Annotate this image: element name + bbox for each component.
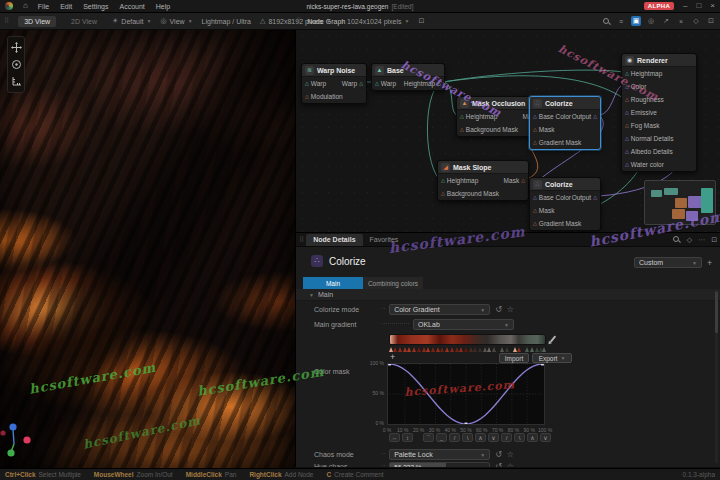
gradient-stop-handle[interactable] bbox=[517, 347, 521, 352]
home-icon[interactable]: ⌂ bbox=[23, 2, 28, 10]
tab-2d-view[interactable]: 2D View bbox=[65, 16, 103, 27]
snap-icon[interactable]: ▣ bbox=[631, 16, 641, 26]
gradient-stop-handle[interactable] bbox=[426, 347, 430, 352]
gradient-stop-handle[interactable] bbox=[445, 347, 449, 352]
export-button[interactable]: Export▼ bbox=[532, 353, 572, 363]
output-port-output[interactable]: Output△ bbox=[572, 113, 597, 120]
input-port-heightmap[interactable]: △Heightmap bbox=[460, 113, 497, 120]
main-gradient-dropdown[interactable]: OKLab▼ bbox=[413, 319, 514, 330]
favorite-star-icon[interactable]: ☆ bbox=[507, 305, 514, 314]
gradient-stop-handle[interactable] bbox=[478, 347, 482, 352]
gradient-stops[interactable] bbox=[389, 347, 546, 352]
input-port-roughness[interactable]: △Roughness bbox=[625, 96, 664, 103]
curve-preset-button-10[interactable]: ∧ bbox=[527, 433, 538, 442]
gradient-stop-handle[interactable] bbox=[403, 347, 407, 352]
minimap[interactable] bbox=[644, 180, 716, 225]
more-icon[interactable]: ⋯ bbox=[698, 236, 705, 244]
reset-icon[interactable]: ↺ bbox=[495, 450, 502, 459]
tab-favorites[interactable]: Favorites bbox=[363, 234, 406, 246]
menu-edit[interactable]: Edit bbox=[60, 3, 72, 10]
gradient-stop-handle[interactable] bbox=[492, 347, 496, 352]
gradient-stop-handle[interactable] bbox=[542, 347, 546, 352]
reset-icon[interactable]: ↺ bbox=[495, 462, 502, 467]
section-header-main[interactable]: ▼ Main bbox=[296, 289, 720, 301]
gradient-stop-handle[interactable] bbox=[407, 347, 411, 352]
expand-icon[interactable]: ⊡ bbox=[711, 236, 717, 244]
curve-preset-button-8[interactable]: / bbox=[501, 433, 512, 442]
drag-handle-icon[interactable]: ⠿ bbox=[296, 17, 301, 25]
curve-preset-button-9[interactable]: \ bbox=[514, 433, 525, 442]
gradient-stop-handle[interactable] bbox=[473, 347, 477, 352]
menu-account[interactable]: Account bbox=[119, 3, 144, 10]
restore-button[interactable]: □ bbox=[696, 2, 701, 10]
favorite-star-icon[interactable]: ☆ bbox=[507, 462, 514, 467]
pin-icon[interactable]: ◇ bbox=[687, 236, 692, 244]
gradient-bar[interactable] bbox=[389, 334, 546, 345]
orbit-icon[interactable] bbox=[11, 59, 22, 70]
search-icon[interactable] bbox=[602, 17, 611, 26]
viewport-3d[interactable] bbox=[0, 30, 295, 468]
fit-view-icon[interactable]: ⊡ bbox=[706, 16, 716, 26]
gradient-stop-handle[interactable] bbox=[455, 347, 459, 352]
node-colorize[interactable]: ∴Colorize△Base ColorOutput△△Mask△Gradien… bbox=[529, 96, 601, 150]
node-base[interactable]: ▲Base△WarpHeightmap△ bbox=[371, 63, 445, 91]
input-port-heightmap[interactable]: △Heightmap bbox=[441, 177, 478, 184]
output-port-warp[interactable]: Warp△ bbox=[342, 80, 363, 87]
input-port-albedo-details[interactable]: △Albedo Details bbox=[625, 148, 673, 155]
curve-preset-button-7[interactable]: ∨ bbox=[488, 433, 499, 442]
tab-node-details[interactable]: Node Details bbox=[306, 234, 362, 246]
input-port-warp[interactable]: △Warp bbox=[375, 80, 396, 87]
curve-preset-button-11[interactable]: ∨ bbox=[540, 433, 551, 442]
chaos-mode-dropdown[interactable]: Palette Lock▼ bbox=[389, 449, 490, 460]
drag-handle-icon[interactable]: ⠿ bbox=[299, 236, 304, 244]
move-icon[interactable] bbox=[11, 42, 22, 53]
curve-preset-button-0[interactable]: ↔ bbox=[389, 433, 400, 442]
gradient-stop-handle[interactable] bbox=[505, 347, 509, 352]
input-port-emissive[interactable]: △Emissive bbox=[625, 109, 657, 116]
gradient-stop-handle[interactable] bbox=[535, 347, 539, 352]
close-button[interactable]: × bbox=[710, 2, 715, 10]
hue-chaos-slider[interactable]: 56.333 % bbox=[389, 462, 490, 468]
curve-preset-button-1[interactable]: ↕ bbox=[402, 433, 413, 442]
node-colorize[interactable]: ∴Colorize△Base ColorOutput△△Mask△Gradien… bbox=[529, 177, 601, 231]
gradient-stop-handle[interactable] bbox=[513, 347, 517, 352]
close-icon[interactable]: × bbox=[676, 16, 686, 26]
gradient-stop-handle[interactable] bbox=[450, 347, 454, 352]
reset-icon[interactable]: ↺ bbox=[495, 305, 502, 314]
preview-resolution-dropdown[interactable]: ○ 1024x1024 pixels▼ bbox=[340, 18, 410, 25]
preset-dropdown[interactable]: Custom▼ bbox=[634, 257, 702, 268]
input-port-base-color[interactable]: △Base Color bbox=[533, 113, 571, 120]
output-port-mask[interactable]: Mask△ bbox=[504, 177, 525, 184]
input-port-warp[interactable]: △Warp bbox=[305, 80, 326, 87]
scale-axes-icon[interactable] bbox=[11, 76, 22, 87]
node-warp-noise[interactable]: ≋Warp Noise△WarpWarp△△Modulation bbox=[301, 63, 367, 104]
gradient-stop-handle[interactable] bbox=[459, 347, 463, 352]
export-icon[interactable]: ↗ bbox=[661, 16, 671, 26]
input-port-mask[interactable]: △Mask bbox=[533, 126, 554, 133]
gradient-stop-handle[interactable] bbox=[440, 347, 444, 352]
axis-gizmo[interactable] bbox=[0, 418, 36, 460]
gradient-stop-handle[interactable] bbox=[483, 347, 487, 352]
gradient-stop-handle[interactable] bbox=[469, 347, 473, 352]
gradient-stop-handle[interactable] bbox=[487, 347, 491, 352]
input-port-background-mask[interactable]: △Background Mask bbox=[441, 190, 499, 197]
subtab-combining-colors[interactable]: Combining colors bbox=[363, 277, 423, 289]
input-port-heightmap[interactable]: △Heightmap bbox=[625, 70, 662, 77]
curve-preset-button-3[interactable]: _ bbox=[436, 433, 447, 442]
gradient-stop-handle[interactable] bbox=[431, 347, 435, 352]
menu-file[interactable]: File bbox=[38, 3, 49, 10]
details-scrollbar[interactable] bbox=[715, 291, 718, 463]
curve-preset-button-6[interactable]: ∧ bbox=[475, 433, 486, 442]
drag-handle-icon[interactable]: ⠿ bbox=[4, 17, 9, 25]
edit-gradient-pen-icon[interactable] bbox=[550, 335, 557, 342]
gradient-stop-handle[interactable] bbox=[398, 347, 402, 352]
add-gradient-stop-button[interactable]: + bbox=[390, 352, 395, 362]
default-dropdown[interactable]: ☀ Default▼ bbox=[112, 17, 151, 25]
gradient-stop-handle[interactable] bbox=[422, 347, 426, 352]
node-renderer[interactable]: ◉Renderer△Heightmap△Color△Roughness△Emis… bbox=[621, 53, 697, 172]
gradient-stop-handle[interactable] bbox=[530, 347, 534, 352]
input-port-gradient-mask[interactable]: △Gradient Mask bbox=[533, 139, 581, 146]
tab-3d-view[interactable]: 3D View bbox=[18, 16, 56, 27]
add-preset-button[interactable]: + bbox=[707, 258, 712, 268]
layers-icon[interactable]: ≡ bbox=[616, 16, 626, 26]
